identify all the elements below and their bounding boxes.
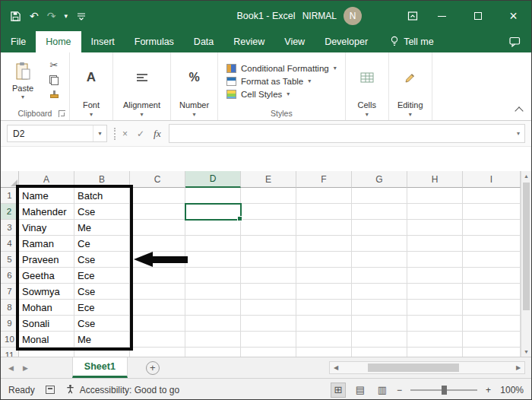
cell-B5[interactable]: Cse xyxy=(74,252,130,268)
cell-I9[interactable] xyxy=(463,316,521,332)
vertical-scrollbar[interactable]: ▲ ▼ xyxy=(521,171,531,357)
cell-H11[interactable] xyxy=(407,348,463,357)
cell-I6[interactable] xyxy=(463,268,521,284)
collapse-ribbon-icon[interactable] xyxy=(515,106,523,115)
row-header-8[interactable]: 8 xyxy=(1,300,19,316)
cell-B6[interactable]: Ece xyxy=(74,268,130,284)
column-header-f[interactable]: F xyxy=(296,171,352,188)
zoom-level[interactable]: 100% xyxy=(498,385,524,395)
row-header-11[interactable]: 11 xyxy=(1,348,19,357)
horizontal-scrollbar[interactable]: ◀ ▶ xyxy=(329,361,525,374)
customize-quick-access-icon[interactable] xyxy=(76,11,87,21)
name-box[interactable]: D2 ▾ xyxy=(7,125,107,142)
number-group[interactable]: % Number ▾ xyxy=(171,52,218,120)
font-group[interactable]: A Font ▾ xyxy=(70,52,113,120)
cell-G2[interactable] xyxy=(352,204,407,220)
horizontal-scroll-thumb[interactable] xyxy=(368,363,459,372)
enter-icon[interactable]: ✓ xyxy=(137,129,144,139)
chevron-down-icon[interactable]: ▾ xyxy=(64,13,68,20)
cell-A1[interactable]: Name xyxy=(19,188,74,204)
cell-D10[interactable] xyxy=(185,332,241,348)
tab-review[interactable]: Review xyxy=(223,31,274,52)
cell-E3[interactable] xyxy=(241,220,296,236)
row-header-3[interactable]: 3 xyxy=(1,220,19,236)
cell-E11[interactable] xyxy=(241,348,296,357)
cell-H10[interactable] xyxy=(407,332,463,348)
cell-H6[interactable] xyxy=(407,268,463,284)
sheet-nav-right-icon[interactable]: ▶ xyxy=(23,364,28,372)
cells-group[interactable]: Cells ▾ xyxy=(346,52,389,120)
cell-A10[interactable]: Monal xyxy=(19,332,74,348)
cell-A11[interactable] xyxy=(19,348,74,357)
cell-I7[interactable] xyxy=(463,284,521,300)
cell-B2[interactable]: Cse xyxy=(74,204,130,220)
scroll-down-icon[interactable]: ▼ xyxy=(521,347,531,357)
cell-E10[interactable] xyxy=(241,332,296,348)
row-header-4[interactable]: 4 xyxy=(1,236,19,252)
column-header-e[interactable]: E xyxy=(241,171,296,188)
column-header-h[interactable]: H xyxy=(407,171,463,188)
editing-group[interactable]: Editing ▾ xyxy=(389,52,432,120)
normal-view-icon[interactable]: ⊞ xyxy=(331,383,346,398)
scroll-left-icon[interactable]: ◀ xyxy=(330,364,342,371)
cell-F2[interactable] xyxy=(296,204,352,220)
sheet-nav-left-icon[interactable]: ◀ xyxy=(8,364,14,372)
column-header-a[interactable]: A xyxy=(19,171,74,188)
cell-A8[interactable]: Mohan xyxy=(19,300,74,316)
cell-H8[interactable] xyxy=(407,300,463,316)
cell-I10[interactable] xyxy=(463,332,521,348)
cut-icon[interactable]: ✂ xyxy=(50,60,59,70)
cell-B4[interactable]: Ce xyxy=(74,236,130,252)
cell-A9[interactable]: Sonali xyxy=(19,316,74,332)
cell-I4[interactable] xyxy=(463,236,521,252)
row-header-2[interactable]: 2 xyxy=(1,204,19,220)
maximize-button[interactable] xyxy=(460,1,496,31)
cancel-icon[interactable]: × xyxy=(122,129,128,139)
zoom-in-icon[interactable]: + xyxy=(486,385,491,395)
format-painter-icon[interactable] xyxy=(50,90,59,98)
tab-insert[interactable]: Insert xyxy=(81,31,125,52)
cell-I5[interactable] xyxy=(463,252,521,268)
cell-F7[interactable] xyxy=(296,284,352,300)
cell-C6[interactable] xyxy=(130,268,185,284)
redo-icon[interactable]: ↷ xyxy=(47,11,56,21)
row-header-7[interactable]: 7 xyxy=(1,284,19,300)
tell-me[interactable]: Tell me xyxy=(390,31,434,52)
cell-D3[interactable] xyxy=(185,220,241,236)
cell-I8[interactable] xyxy=(463,300,521,316)
tab-file[interactable]: File xyxy=(1,31,36,52)
cell-G4[interactable] xyxy=(352,236,407,252)
cell-I3[interactable] xyxy=(463,220,521,236)
cell-G3[interactable] xyxy=(352,220,407,236)
cell-A4[interactable]: Raman xyxy=(19,236,74,252)
cell-I1[interactable] xyxy=(463,188,521,204)
row-header-6[interactable]: 6 xyxy=(1,268,19,284)
tab-data[interactable]: Data xyxy=(184,31,223,52)
cell-E4[interactable] xyxy=(241,236,296,252)
cell-C4[interactable] xyxy=(130,236,185,252)
cell-F5[interactable] xyxy=(296,252,352,268)
cell-F10[interactable] xyxy=(296,332,352,348)
cell-E2[interactable] xyxy=(241,204,296,220)
cell-C2[interactable] xyxy=(130,204,185,220)
cell-G5[interactable] xyxy=(352,252,407,268)
cell-F11[interactable] xyxy=(296,348,352,357)
cell-A3[interactable]: Vinay xyxy=(19,220,74,236)
row-header-10[interactable]: 10 xyxy=(1,332,19,348)
cell-A2[interactable]: Mahender xyxy=(19,204,74,220)
avatar[interactable]: N xyxy=(344,7,362,25)
cell-C1[interactable] xyxy=(130,188,185,204)
formula-bar-divider[interactable] xyxy=(114,128,116,140)
cell-B8[interactable]: Ece xyxy=(74,300,130,316)
cell-H5[interactable] xyxy=(407,252,463,268)
cell-D7[interactable] xyxy=(185,284,241,300)
clipboard-dialog-launcher-icon[interactable] xyxy=(59,110,65,117)
cell-C11[interactable] xyxy=(130,348,185,357)
chevron-down-icon[interactable]: ▾ xyxy=(93,125,106,141)
column-header-c[interactable]: C xyxy=(130,171,185,188)
sheet-tab-sheet1[interactable]: Sheet1 xyxy=(72,357,128,378)
column-header-i[interactable]: I xyxy=(463,171,521,188)
page-layout-view-icon[interactable]: ▤ xyxy=(353,383,368,398)
column-header-b[interactable]: B xyxy=(74,171,130,188)
alignment-group[interactable]: Alignment ▾ xyxy=(113,52,171,120)
